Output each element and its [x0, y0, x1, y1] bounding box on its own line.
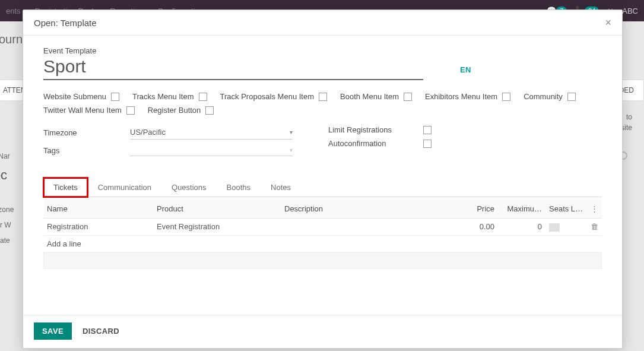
- check-twitter-wall[interactable]: Twitter Wall Menu Item: [43, 106, 135, 115]
- tags-select[interactable]: ▾: [130, 144, 293, 156]
- language-button[interactable]: EN: [460, 65, 471, 74]
- checkbox-icon[interactable]: [199, 93, 207, 101]
- row-maximum[interactable]: 0: [498, 219, 545, 236]
- tab-tickets[interactable]: Tickets: [43, 178, 88, 197]
- check-booth-menu[interactable]: Booth Menu Item: [340, 92, 412, 101]
- checkbox-icon[interactable]: [126, 106, 135, 115]
- checkbox-icon[interactable]: [502, 93, 510, 101]
- checkbox-icon[interactable]: [567, 93, 576, 101]
- save-button[interactable]: SAVE: [34, 322, 72, 340]
- tab-questions[interactable]: Questions: [161, 178, 217, 197]
- timezone-select[interactable]: US/Pacific ▾: [130, 125, 293, 140]
- row-product[interactable]: Event Registration: [153, 219, 281, 236]
- autoconfirmation-label: Autoconfirmation: [328, 139, 423, 148]
- tab-notes[interactable]: Notes: [261, 178, 301, 197]
- checkbox-icon[interactable]: [319, 93, 327, 101]
- check-website-submenu[interactable]: Website Submenu: [43, 92, 119, 101]
- check-register-button[interactable]: Register Button: [148, 106, 214, 115]
- section-label: Event Template: [43, 46, 602, 55]
- modal-header: Open: Template ×: [23, 10, 622, 36]
- template-name-input[interactable]: [43, 55, 423, 80]
- col-product[interactable]: Product: [153, 200, 281, 219]
- col-seats[interactable]: Seats L…: [545, 200, 587, 219]
- modal-footer: SAVE DISCARD: [23, 315, 622, 348]
- tab-booths[interactable]: Booths: [217, 178, 261, 197]
- chevron-down-icon: ▾: [290, 147, 293, 153]
- checkbox-icon[interactable]: [404, 93, 412, 101]
- checkbox-icon[interactable]: [111, 93, 119, 101]
- row-delete[interactable]: 🗑: [587, 219, 602, 236]
- table-footer-spacer: [43, 252, 602, 269]
- tabs: Tickets Communication Questions Booths N…: [43, 178, 602, 197]
- trash-icon[interactable]: 🗑: [591, 222, 598, 231]
- modal-title: Open: Template: [34, 18, 97, 28]
- close-icon[interactable]: ×: [605, 17, 611, 28]
- col-options[interactable]: ⋮: [587, 200, 602, 219]
- checkbox-icon[interactable]: [205, 106, 214, 115]
- check-community[interactable]: Community: [524, 92, 576, 101]
- row-price[interactable]: 0.00: [456, 219, 498, 236]
- col-maximum[interactable]: Maximu…: [498, 200, 545, 219]
- nav-item[interactable]: ents: [6, 7, 21, 15]
- col-description[interactable]: Description: [281, 200, 456, 219]
- row-description[interactable]: [281, 219, 456, 236]
- col-name[interactable]: Name: [43, 200, 153, 219]
- timezone-label: Timezone: [43, 128, 130, 137]
- autoconfirmation-checkbox[interactable]: [423, 140, 432, 148]
- tab-communication[interactable]: Communication: [88, 178, 161, 197]
- template-modal: Open: Template × Event Template EN Websi…: [23, 10, 623, 349]
- tickets-table: Name Product Description Price Maximu… S…: [43, 200, 602, 252]
- chevron-down-icon: ▾: [290, 129, 293, 135]
- check-track-proposals[interactable]: Track Proposals Menu Item: [220, 92, 327, 101]
- discard-button[interactable]: DISCARD: [83, 327, 119, 336]
- add-line-button[interactable]: Add a line: [43, 235, 602, 252]
- table-row[interactable]: Registration Event Registration 0.00 0 🗑: [43, 219, 602, 236]
- breadcrumb: Tourn: [0, 33, 23, 46]
- row-seats[interactable]: [545, 219, 587, 236]
- limit-registrations-label: Limit Registrations: [328, 125, 423, 134]
- timezone-value: US/Pacific: [130, 128, 166, 137]
- check-exhibitors-menu[interactable]: Exhibitors Menu Item: [425, 92, 510, 101]
- row-name[interactable]: Registration: [43, 219, 153, 236]
- modal-body: Event Template EN Website Submenu Tracks…: [23, 36, 622, 315]
- col-price[interactable]: Price: [456, 200, 498, 219]
- check-tracks-menu[interactable]: Tracks Menu Item: [132, 92, 207, 101]
- menu-checkboxes: Website Submenu Tracks Menu Item Track P…: [43, 92, 602, 115]
- user-menu[interactable]: ABC: [622, 7, 638, 15]
- limit-registrations-checkbox[interactable]: [423, 126, 432, 134]
- tags-label: Tags: [43, 146, 130, 155]
